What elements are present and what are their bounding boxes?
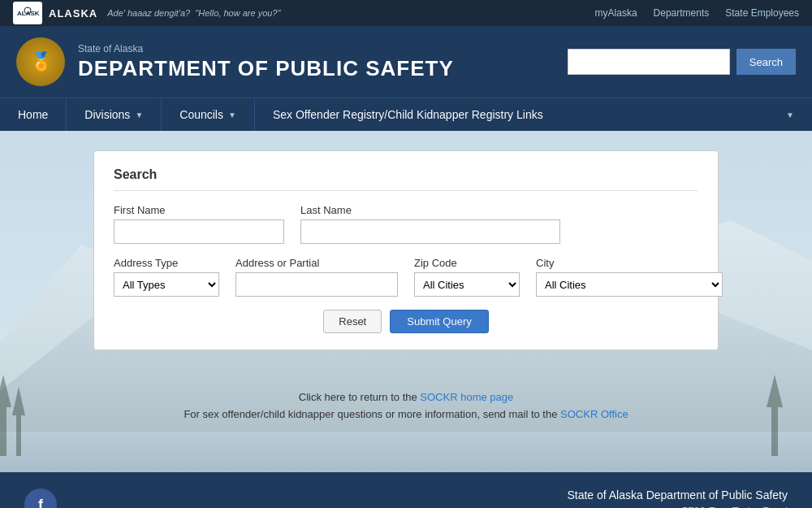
reset-button[interactable]: Reset	[323, 310, 382, 333]
footer-right: State of Alaska Department of Public Saf…	[567, 488, 788, 508]
address-type-group: Address Type All Types Home Work School	[114, 257, 219, 297]
info-section: Click here to return to the SOCKR home p…	[65, 383, 747, 433]
first-name-label: First Name	[114, 204, 284, 216]
name-row: First Name Last Name	[114, 204, 698, 244]
city-group: City All Cities	[536, 257, 723, 297]
city-label: City	[536, 257, 723, 269]
alaska-logo: ALASKA ALASKA	[13, 2, 97, 24]
info-line2: For sex offender/child kidnapper questio…	[73, 408, 739, 420]
facebook-icon[interactable]: f	[24, 488, 57, 508]
footer-org: State of Alaska Department of Public Saf…	[567, 488, 788, 501]
nav-item-divisions[interactable]: Divisions ▼	[67, 98, 162, 131]
first-name-group: First Name	[114, 204, 284, 244]
myalaska-link[interactable]: myAlaska	[595, 7, 637, 19]
nav-item-home[interactable]: Home	[0, 98, 67, 131]
address-type-label: Address Type	[114, 257, 219, 269]
header-search-area: Search	[568, 49, 796, 75]
zip-code-select[interactable]: All Cities	[414, 272, 520, 297]
header-title-block: State of Alaska DEPARTMENT OF PUBLIC SAF…	[78, 43, 454, 81]
main-wrapper: Search First Name Last Name Address Type	[0, 131, 812, 472]
address-partial-label: Address or Partial	[235, 257, 398, 269]
main-nav: Home Divisions ▼ Councils ▼ Sex Offender…	[0, 98, 812, 131]
footer-left: f Accessibility	[24, 488, 82, 508]
search-card-title: Search	[114, 167, 698, 191]
last-name-label: Last Name	[300, 204, 560, 216]
divisions-arrow-icon: ▼	[135, 111, 143, 119]
header-search-button[interactable]: Search	[736, 49, 796, 75]
address-row: Address Type All Types Home Work School …	[114, 257, 698, 297]
alaska-logo-text: ALASKA	[49, 7, 97, 20]
page-header: 🏅 State of Alaska DEPARTMENT OF PUBLIC S…	[0, 26, 812, 98]
sockr-home-link[interactable]: SOCKR home page	[420, 391, 513, 403]
header-subtitle: State of Alaska	[78, 43, 454, 54]
departments-link[interactable]: Departments	[654, 7, 710, 19]
last-name-input[interactable]	[300, 219, 560, 244]
councils-arrow-icon: ▼	[228, 111, 236, 119]
top-bar-links: myAlaska Departments State Employees	[595, 7, 799, 19]
header-branding: 🏅 State of Alaska DEPARTMENT OF PUBLIC S…	[16, 37, 454, 86]
search-card: Search First Name Last Name Address Type	[93, 150, 719, 350]
submit-query-button[interactable]: Submit Query	[390, 310, 488, 333]
form-actions: Reset Submit Query	[114, 310, 698, 333]
badge-icon: 🏅	[16, 37, 65, 86]
info-line1: Click here to return to the SOCKR home p…	[73, 391, 739, 403]
zip-code-group: Zip Code All Cities	[414, 257, 520, 297]
content-area: Search First Name Last Name Address Type	[0, 131, 812, 472]
top-bar: ALASKA ALASKA Ade' haaaz dengit'a? "Hell…	[0, 0, 812, 26]
city-select[interactable]: All Cities	[536, 272, 723, 297]
footer-address1: 5700 East Tudor Road	[567, 505, 788, 508]
alaska-logo-icon: ALASKA	[13, 2, 42, 24]
top-tagline: Ade' haaaz dengit'a? "Hello, how are you…	[107, 8, 280, 18]
top-bar-left: ALASKA ALASKA Ade' haaaz dengit'a? "Hell…	[13, 2, 280, 24]
header-search-input[interactable]	[568, 49, 730, 75]
zip-code-label: Zip Code	[414, 257, 520, 269]
address-partial-group: Address or Partial	[235, 257, 398, 297]
header-main-title: DEPARTMENT OF PUBLIC SAFETY	[78, 56, 454, 81]
address-partial-input[interactable]	[235, 272, 398, 297]
nav-item-councils[interactable]: Councils ▼	[162, 98, 255, 131]
page-footer: f Accessibility State of Alaska Departme…	[0, 472, 812, 508]
last-name-group: Last Name	[300, 204, 560, 244]
first-name-input[interactable]	[114, 219, 284, 244]
nav-item-sex-offender-registry[interactable]: Sex Offender Registry/Child Kidnapper Re…	[255, 98, 812, 131]
registry-arrow-icon: ▼	[786, 111, 794, 119]
state-employees-link[interactable]: State Employees	[725, 7, 799, 19]
sockr-office-link[interactable]: SOCKR Office	[560, 408, 628, 420]
address-type-select[interactable]: All Types Home Work School	[114, 272, 219, 297]
